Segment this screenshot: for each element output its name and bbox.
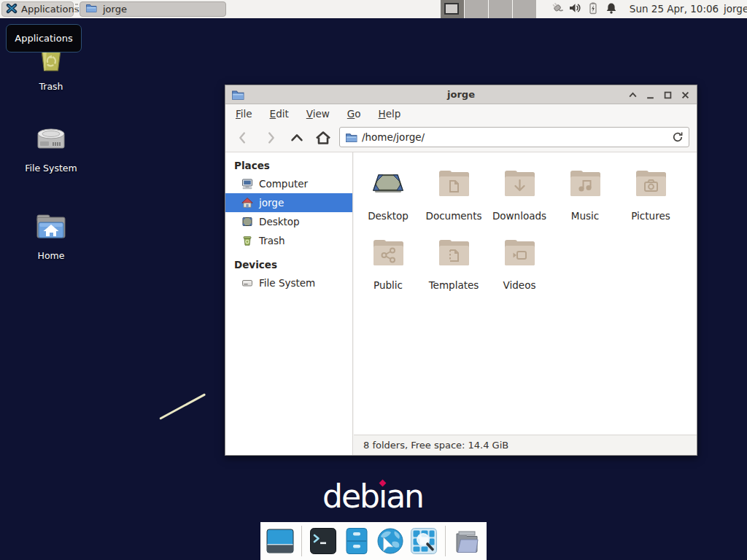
drive-icon — [241, 277, 253, 289]
workspace-1[interactable] — [441, 0, 465, 18]
file-manager-window: jorge File Edit View Go Help — [225, 85, 697, 456]
directory-menu-icon[interactable] — [453, 527, 481, 555]
panel-username[interactable]: jorge — [724, 0, 747, 18]
minimize-button[interactable] — [645, 90, 656, 101]
battery-charging-icon[interactable] — [587, 1, 600, 18]
workspace-4[interactable] — [513, 0, 537, 18]
debian-logo-i: ı — [379, 478, 386, 515]
applications-tooltip: Applications — [6, 24, 82, 52]
window-controls — [627, 85, 691, 104]
desktop-icon-file-system[interactable]: File System — [16, 122, 86, 174]
file-item-documents[interactable]: Documents — [421, 166, 487, 222]
applications-menu-button[interactable]: Applications — [1, 1, 74, 17]
application-finder-icon[interactable] — [410, 527, 438, 555]
shade-button[interactable] — [627, 90, 638, 101]
workspace-2[interactable] — [465, 0, 489, 18]
sidebar: Places Computer — [225, 152, 353, 455]
show-desktop-icon[interactable] — [266, 527, 294, 555]
maximize-button[interactable] — [662, 90, 673, 101]
file-item-public[interactable]: Public — [355, 235, 421, 291]
workspace-3[interactable] — [489, 0, 513, 18]
file-grid: Desktop Documents — [354, 152, 697, 435]
forward-button[interactable] — [260, 128, 280, 147]
file-item-label: Music — [552, 210, 618, 222]
desktop-icon-home[interactable]: Home — [16, 210, 86, 261]
menu-help[interactable]: Help — [370, 105, 410, 122]
desktop-icon-label: Trash — [16, 81, 86, 92]
file-item-label: Pictures — [618, 210, 684, 222]
downloads-folder-icon — [502, 166, 537, 201]
notifications-bell-icon[interactable] — [605, 1, 618, 18]
volume-icon[interactable] — [568, 1, 581, 18]
file-item-label: Documents — [421, 210, 487, 222]
public-folder-icon — [371, 235, 406, 270]
videos-folder-icon — [502, 235, 537, 270]
sidebar-item-file-system[interactable]: File System — [225, 273, 352, 292]
drive-icon — [34, 122, 69, 158]
web-browser-icon[interactable] — [376, 527, 404, 555]
taskbar-window-button[interactable]: jorge — [80, 1, 226, 17]
workspace-pager[interactable] — [441, 0, 537, 18]
dock-separator — [301, 526, 302, 556]
file-item-label: Downloads — [487, 210, 552, 222]
file-item-desktop[interactable]: Desktop — [355, 166, 421, 222]
pictures-folder-icon — [633, 166, 668, 201]
xfce-logo-icon — [6, 2, 18, 17]
sidebar-item-trash[interactable]: Trash — [225, 231, 352, 250]
sidebar-item-label: Computer — [259, 178, 308, 190]
sidebar-item-desktop[interactable]: Desktop — [225, 212, 352, 231]
sidebar-item-computer[interactable]: Computer — [225, 174, 352, 193]
file-item-templates[interactable]: Templates — [421, 235, 487, 291]
home-folder-icon — [34, 210, 69, 245]
file-item-downloads[interactable]: Downloads — [487, 166, 552, 222]
window-title: jorge — [225, 89, 697, 100]
terminal-icon[interactable] — [309, 527, 337, 555]
sidebar-item-label: File System — [259, 277, 315, 289]
folder-icon — [85, 2, 97, 17]
desktop-icon-label: Home — [16, 250, 86, 261]
back-button[interactable] — [233, 128, 252, 147]
tooltip-text: Applications — [15, 33, 72, 44]
trash-icon — [241, 235, 253, 246]
menubar: File Edit View Go Help — [225, 105, 697, 122]
power-plug-icon[interactable] — [549, 1, 563, 18]
sidebar-item-jorge[interactable]: jorge — [225, 193, 352, 212]
pointer-line-artifact — [159, 393, 206, 420]
menu-file[interactable]: File — [227, 105, 261, 122]
up-button[interactable] — [287, 128, 306, 147]
menu-go[interactable]: Go — [338, 105, 370, 122]
reload-icon[interactable] — [671, 131, 684, 144]
path-bar[interactable]: /home/jorge/ — [339, 127, 689, 147]
file-item-pictures[interactable]: Pictures — [618, 166, 684, 222]
sidebar-item-label: Desktop — [259, 216, 300, 228]
panel-clock[interactable]: Sun 25 Apr, 10:06 — [626, 0, 722, 18]
workspace-window-thumb — [444, 3, 459, 15]
debian-logo-text: an — [386, 478, 423, 515]
desktop-icon-label: File System — [16, 163, 86, 174]
debian-wallpaper-logo: debıan — [314, 478, 431, 515]
close-button[interactable] — [680, 90, 691, 101]
file-item-videos[interactable]: Videos — [487, 235, 552, 291]
file-item-label: Public — [355, 279, 421, 291]
music-folder-icon — [568, 166, 603, 201]
file-manager-icon[interactable] — [343, 527, 371, 555]
menu-edit[interactable]: Edit — [261, 105, 298, 122]
computer-icon — [241, 178, 253, 190]
file-item-label: Videos — [487, 279, 552, 291]
home-icon — [241, 197, 253, 209]
path-text[interactable]: /home/jorge/ — [362, 128, 425, 147]
home-button[interactable] — [313, 128, 333, 147]
dock-separator — [445, 526, 446, 556]
documents-folder-icon — [436, 166, 471, 201]
menu-view[interactable]: View — [298, 105, 338, 122]
templates-folder-icon — [436, 235, 471, 270]
titlebar[interactable]: jorge — [225, 85, 697, 104]
file-item-label: Desktop — [355, 210, 421, 222]
taskbar-window-label: jorge — [103, 4, 127, 15]
applications-menu-label: Applications — [21, 4, 79, 15]
statusbar: 8 folders, Free space: 14.4 GiB — [354, 435, 697, 455]
panel-grip[interactable] — [75, 4, 78, 15]
dock-panel — [260, 522, 487, 560]
file-item-music[interactable]: Music — [552, 166, 618, 222]
sidebar-item-label: jorge — [259, 197, 284, 209]
